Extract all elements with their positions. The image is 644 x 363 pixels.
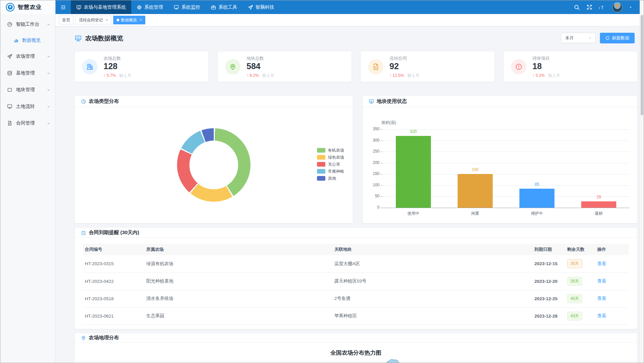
y-tick-label: 150	[366, 171, 379, 176]
map-region-shape	[385, 358, 400, 363]
y-tick-mark	[380, 174, 382, 174]
stat-value: 128	[104, 61, 118, 71]
days-left-badge: 43天	[567, 312, 582, 321]
send-icon	[7, 54, 12, 59]
legend-swatch	[317, 148, 325, 153]
search-icon[interactable]	[574, 4, 580, 10]
close-icon[interactable]: ×	[106, 18, 108, 22]
page-title: 农场数据概览	[74, 34, 123, 43]
expire-date: 2023-12-28	[532, 307, 565, 325]
chevron-down-icon	[47, 122, 50, 125]
column-header-操作: 操作	[595, 244, 629, 255]
legend-item-无公害[interactable]: 无公害	[317, 162, 344, 167]
user-menu-caret-icon[interactable]	[629, 6, 632, 9]
scrollbar[interactable]	[640, 0, 644, 363]
y-tick-label: 250	[366, 149, 379, 154]
logo-area: 智慧农业	[0, 0, 55, 14]
document-icon	[368, 59, 383, 74]
stat-trend: ↑ 8.2% 较上月	[247, 73, 274, 78]
legend-item-有机农场[interactable]: 有机农场	[317, 148, 344, 153]
chart-legend: 有机农场 绿色农场 无公害 常规种植 其他	[317, 148, 344, 181]
expire-date: 2023-12-15	[532, 255, 565, 273]
refresh-data-button[interactable]: 刷新数据	[600, 33, 635, 43]
brand-name: 智慧农业	[18, 3, 42, 11]
topnav-item-5[interactable]: 智脑科技	[243, 0, 280, 14]
tab-首页[interactable]: 首页	[59, 16, 73, 24]
refresh-icon	[605, 36, 610, 40]
view-link[interactable]: 查看	[597, 313, 606, 318]
stat-card-农场总数: 农场总数 128 ↑ 5.7% 较上月	[74, 51, 209, 82]
sidebar-subitem-数据概览[interactable]: 数据概览	[0, 33, 55, 48]
alarm-clock-icon	[81, 230, 86, 235]
map-pin-icon	[225, 59, 240, 74]
y-tick-label: 50	[366, 194, 379, 198]
sidebar-collapse-button[interactable]	[55, 0, 71, 14]
legend-label: 常规种植	[328, 169, 344, 174]
stat-card-待审项目: 待审项目 18 ↑ 3.2% 较上月	[503, 51, 638, 82]
building-icon	[82, 59, 98, 74]
stat-trend: ↑ 3.2% 较上月	[532, 73, 560, 78]
collapse-icon	[60, 5, 66, 10]
expire-date: 2023-12-25	[532, 290, 565, 307]
monitor-check-icon	[76, 5, 82, 10]
tab-bar: 首页 流转合同登记 × 数据概览 ×	[55, 14, 640, 26]
legend-swatch	[317, 169, 325, 174]
trend-suffix: 较上月	[408, 73, 420, 78]
map-pin-icon	[81, 335, 86, 341]
period-select[interactable]: 本月	[561, 33, 596, 43]
close-icon[interactable]: ×	[140, 18, 142, 22]
brand-logo-icon	[6, 3, 15, 12]
y-tick-label: 300	[366, 138, 379, 143]
sidebar-item-智能工作台[interactable]: 智能工作台	[0, 16, 55, 33]
table-row: HT-2023-0422 阳光种植基地 露天种植区03号 2023-12-20 …	[83, 273, 629, 290]
sidebar-item-合同管理[interactable]: 合同管理	[0, 115, 55, 132]
sidebar-item-基地管理[interactable]: 基地管理	[0, 65, 55, 81]
contracts-table: 合同编号所属农场关联地块到期日期剩余天数操作 HT-2023-0315 绿源有机…	[83, 244, 629, 325]
bar-chart: 050100150200250300350320使用中150闲置85维护中29退…	[363, 96, 637, 223]
sidebar-item-土地流转[interactable]: 土地流转	[0, 98, 55, 115]
farm-type-title: 农场类型分布	[89, 98, 119, 105]
view-link[interactable]: 查看	[597, 261, 606, 266]
trend-up-value: ↑ 8.2%	[247, 73, 259, 78]
dashboard-board-icon	[74, 35, 82, 42]
y-tick-mark	[380, 163, 382, 163]
farm-type-card-header: 农场类型分布	[75, 96, 353, 107]
x-axis-label: 闲置	[454, 211, 497, 216]
days-left-badge: 40天	[567, 294, 582, 303]
scrollbar-thumb[interactable]	[641, 15, 643, 115]
donut-chart	[177, 128, 251, 202]
contract-id: HT-2023-0621	[83, 307, 144, 325]
geo-card-header: 农场地理分布	[75, 333, 637, 343]
dashboard-icon	[7, 22, 12, 27]
topnav-item-3[interactable]: 系统监控	[168, 0, 205, 14]
contract-icon	[7, 121, 12, 126]
sidebar-item-地块管理[interactable]: 地块管理	[0, 81, 55, 98]
fullscreen-icon[interactable]	[587, 4, 592, 10]
legend-item-常规种植[interactable]: 常规种植	[317, 169, 344, 174]
avatar[interactable]	[612, 2, 622, 12]
font-size-icon[interactable]: tT	[599, 5, 606, 10]
farm-name: 阳光种植基地	[144, 273, 332, 290]
legend-item-其他[interactable]: 其他	[317, 176, 344, 181]
table-row: HT-2023-0621 生态果园 苹果种植区 2023-12-28 43天 查…	[83, 307, 629, 325]
view-link[interactable]: 查看	[597, 296, 606, 301]
column-header-剩余天数: 剩余天数	[565, 244, 595, 255]
topnav-item-2[interactable]: 系统管理	[131, 0, 168, 14]
contracts-title: 合同到期提醒 (30天内)	[89, 229, 139, 236]
stat-trend: ↑ 5.7% 较上月	[104, 73, 131, 78]
bar-使用中	[396, 136, 431, 208]
sidebar-menu: 智能工作台 数据概览 农场管理 基地管理 地块管理 土地流转 合同管理	[0, 16, 55, 132]
legend-item-绿色农场[interactable]: 绿色农场	[317, 155, 344, 160]
plot-usage-card: 地块使用状态 面积(亩) 050100150200250300350320使用中…	[362, 96, 637, 223]
y-tick-label: 100	[366, 183, 379, 187]
view-link[interactable]: 查看	[597, 279, 606, 284]
stat-label: 地块总数	[247, 55, 264, 61]
tab-数据概览[interactable]: 数据概览 ×	[113, 16, 145, 24]
tab-流转合同登记[interactable]: 流转合同登记 ×	[75, 16, 111, 24]
topnav-item-1[interactable]: 农场与基地管理系统	[71, 0, 131, 14]
column-header-合同编号: 合同编号	[83, 244, 144, 255]
topnav-item-4[interactable]: 系统工具	[205, 0, 243, 14]
sidebar-item-农场管理[interactable]: 农场管理	[0, 48, 55, 65]
contract-id: HT-2023-0315	[83, 255, 144, 273]
stat-trend: ↑ 12.5% 较上月	[389, 73, 420, 78]
